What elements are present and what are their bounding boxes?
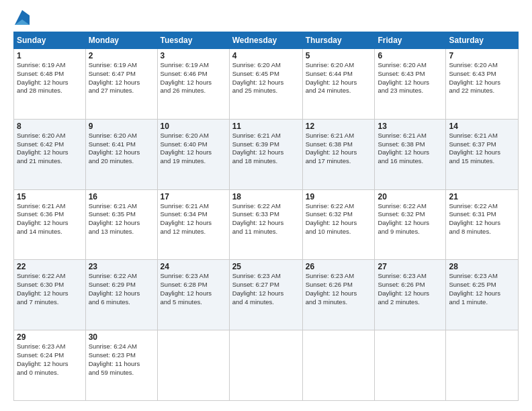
day-number: 17 bbox=[161, 192, 226, 201]
calendar-cell: 11Sunrise: 6:21 AMSunset: 6:39 PMDayligh… bbox=[229, 119, 302, 189]
day-info: Sunrise: 6:22 AMSunset: 6:32 PMDaylight:… bbox=[306, 202, 372, 236]
day-number: 12 bbox=[306, 122, 372, 131]
day-number: 5 bbox=[306, 51, 372, 60]
calendar-cell: 9Sunrise: 6:20 AMSunset: 6:41 PMDaylight… bbox=[85, 119, 157, 189]
calendar-cell: 7Sunrise: 6:20 AMSunset: 6:43 PMDaylight… bbox=[446, 49, 519, 120]
header bbox=[13, 10, 519, 25]
calendar-week-4: 22Sunrise: 6:22 AMSunset: 6:30 PMDayligh… bbox=[14, 260, 519, 330]
day-number: 7 bbox=[449, 51, 515, 60]
day-number: 25 bbox=[232, 262, 300, 271]
day-info: Sunrise: 6:21 AMSunset: 6:38 PMDaylight:… bbox=[378, 132, 443, 166]
day-info: Sunrise: 6:20 AMSunset: 6:43 PMDaylight:… bbox=[378, 61, 443, 95]
calendar-cell: 6Sunrise: 6:20 AMSunset: 6:43 PMDaylight… bbox=[375, 49, 446, 120]
day-info: Sunrise: 6:24 AMSunset: 6:23 PMDaylight:… bbox=[89, 342, 154, 377]
day-number: 23 bbox=[89, 262, 154, 271]
day-info: Sunrise: 6:21 AMSunset: 6:38 PMDaylight:… bbox=[306, 132, 372, 166]
day-info: Sunrise: 6:20 AMSunset: 6:41 PMDaylight:… bbox=[89, 132, 154, 166]
calendar-cell: 21Sunrise: 6:22 AMSunset: 6:31 PMDayligh… bbox=[446, 189, 519, 260]
logo-line2 bbox=[13, 10, 30, 24]
day-number: 30 bbox=[89, 332, 154, 342]
day-info: Sunrise: 6:21 AMSunset: 6:39 PMDaylight:… bbox=[232, 132, 300, 166]
calendar-cell: 30Sunrise: 6:24 AMSunset: 6:23 PMDayligh… bbox=[85, 330, 157, 401]
day-info: Sunrise: 6:19 AMSunset: 6:48 PMDaylight:… bbox=[17, 61, 83, 95]
day-number: 29 bbox=[17, 332, 83, 342]
day-number: 24 bbox=[161, 262, 226, 271]
day-info: Sunrise: 6:22 AMSunset: 6:29 PMDaylight:… bbox=[89, 272, 154, 306]
calendar-table: SundayMondayTuesdayWednesdayThursdayFrid… bbox=[13, 32, 519, 401]
calendar-cell bbox=[157, 330, 229, 401]
day-number: 16 bbox=[89, 192, 154, 201]
day-number: 9 bbox=[89, 122, 154, 131]
logo-icon bbox=[15, 10, 30, 25]
calendar-cell: 20Sunrise: 6:22 AMSunset: 6:32 PMDayligh… bbox=[375, 189, 446, 260]
calendar-cell: 23Sunrise: 6:22 AMSunset: 6:29 PMDayligh… bbox=[85, 260, 157, 330]
col-header-sunday: Sunday bbox=[14, 32, 86, 49]
day-info: Sunrise: 6:20 AMSunset: 6:45 PMDaylight:… bbox=[232, 61, 300, 95]
calendar-cell: 1Sunrise: 6:19 AMSunset: 6:48 PMDaylight… bbox=[14, 49, 86, 120]
day-info: Sunrise: 6:22 AMSunset: 6:31 PMDaylight:… bbox=[449, 202, 515, 236]
day-info: Sunrise: 6:19 AMSunset: 6:46 PMDaylight:… bbox=[161, 61, 226, 95]
day-number: 6 bbox=[378, 51, 443, 60]
day-info: Sunrise: 6:20 AMSunset: 6:44 PMDaylight:… bbox=[306, 61, 372, 95]
calendar-cell: 27Sunrise: 6:23 AMSunset: 6:26 PMDayligh… bbox=[375, 260, 446, 330]
day-info: Sunrise: 6:21 AMSunset: 6:35 PMDaylight:… bbox=[89, 202, 154, 236]
day-info: Sunrise: 6:23 AMSunset: 6:26 PMDaylight:… bbox=[378, 272, 443, 306]
day-number: 1 bbox=[17, 51, 83, 60]
calendar-cell: 29Sunrise: 6:23 AMSunset: 6:24 PMDayligh… bbox=[14, 330, 86, 401]
calendar-cell: 3Sunrise: 6:19 AMSunset: 6:46 PMDaylight… bbox=[157, 49, 229, 120]
day-info: Sunrise: 6:23 AMSunset: 6:28 PMDaylight:… bbox=[161, 272, 226, 306]
col-header-saturday: Saturday bbox=[446, 32, 519, 49]
col-header-thursday: Thursday bbox=[302, 32, 375, 49]
calendar-cell: 14Sunrise: 6:21 AMSunset: 6:37 PMDayligh… bbox=[446, 119, 519, 189]
calendar-week-1: 1Sunrise: 6:19 AMSunset: 6:48 PMDaylight… bbox=[14, 49, 519, 120]
calendar-cell: 8Sunrise: 6:20 AMSunset: 6:42 PMDaylight… bbox=[14, 119, 86, 189]
day-info: Sunrise: 6:23 AMSunset: 6:26 PMDaylight:… bbox=[306, 272, 372, 306]
calendar-cell: 24Sunrise: 6:23 AMSunset: 6:28 PMDayligh… bbox=[157, 260, 229, 330]
day-info: Sunrise: 6:22 AMSunset: 6:32 PMDaylight:… bbox=[378, 202, 443, 236]
day-number: 11 bbox=[232, 122, 300, 131]
calendar-cell: 25Sunrise: 6:23 AMSunset: 6:27 PMDayligh… bbox=[229, 260, 302, 330]
calendar-cell: 13Sunrise: 6:21 AMSunset: 6:38 PMDayligh… bbox=[375, 119, 446, 189]
day-info: Sunrise: 6:23 AMSunset: 6:24 PMDaylight:… bbox=[17, 342, 83, 377]
calendar-cell: 15Sunrise: 6:21 AMSunset: 6:36 PMDayligh… bbox=[14, 189, 86, 260]
day-number: 4 bbox=[232, 51, 300, 60]
calendar-cell: 19Sunrise: 6:22 AMSunset: 6:32 PMDayligh… bbox=[302, 189, 375, 260]
day-number: 13 bbox=[378, 122, 443, 131]
day-number: 18 bbox=[232, 192, 300, 201]
day-number: 3 bbox=[161, 51, 226, 60]
calendar-cell: 2Sunrise: 6:19 AMSunset: 6:47 PMDaylight… bbox=[85, 49, 157, 120]
day-info: Sunrise: 6:21 AMSunset: 6:37 PMDaylight:… bbox=[449, 132, 515, 166]
day-number: 8 bbox=[17, 122, 83, 131]
col-header-friday: Friday bbox=[375, 32, 446, 49]
day-info: Sunrise: 6:23 AMSunset: 6:27 PMDaylight:… bbox=[232, 272, 300, 306]
day-info: Sunrise: 6:21 AMSunset: 6:36 PMDaylight:… bbox=[17, 202, 83, 236]
calendar-cell bbox=[375, 330, 446, 401]
day-number: 28 bbox=[449, 262, 515, 271]
calendar-cell: 12Sunrise: 6:21 AMSunset: 6:38 PMDayligh… bbox=[302, 119, 375, 189]
calendar-cell: 28Sunrise: 6:23 AMSunset: 6:25 PMDayligh… bbox=[446, 260, 519, 330]
calendar-cell: 26Sunrise: 6:23 AMSunset: 6:26 PMDayligh… bbox=[302, 260, 375, 330]
day-number: 26 bbox=[306, 262, 372, 271]
calendar-cell: 18Sunrise: 6:22 AMSunset: 6:33 PMDayligh… bbox=[229, 189, 302, 260]
day-info: Sunrise: 6:20 AMSunset: 6:40 PMDaylight:… bbox=[161, 132, 226, 166]
day-number: 19 bbox=[306, 192, 372, 201]
page: SundayMondayTuesdayWednesdayThursdayFrid… bbox=[0, 0, 532, 411]
logo bbox=[13, 10, 30, 25]
calendar-cell: 22Sunrise: 6:22 AMSunset: 6:30 PMDayligh… bbox=[14, 260, 86, 330]
calendar-header-row: SundayMondayTuesdayWednesdayThursdayFrid… bbox=[14, 32, 519, 49]
calendar-cell bbox=[446, 330, 519, 401]
calendar-cell: 16Sunrise: 6:21 AMSunset: 6:35 PMDayligh… bbox=[85, 189, 157, 260]
calendar-cell: 4Sunrise: 6:20 AMSunset: 6:45 PMDaylight… bbox=[229, 49, 302, 120]
day-number: 2 bbox=[89, 51, 154, 60]
day-number: 14 bbox=[449, 122, 515, 131]
day-info: Sunrise: 6:20 AMSunset: 6:42 PMDaylight:… bbox=[17, 132, 83, 166]
day-info: Sunrise: 6:20 AMSunset: 6:43 PMDaylight:… bbox=[449, 61, 515, 95]
logo-text bbox=[13, 10, 30, 25]
day-number: 10 bbox=[161, 122, 226, 131]
day-info: Sunrise: 6:22 AMSunset: 6:30 PMDaylight:… bbox=[17, 272, 83, 306]
day-info: Sunrise: 6:21 AMSunset: 6:34 PMDaylight:… bbox=[161, 202, 226, 236]
calendar-cell: 10Sunrise: 6:20 AMSunset: 6:40 PMDayligh… bbox=[157, 119, 229, 189]
col-header-wednesday: Wednesday bbox=[229, 32, 302, 49]
day-number: 15 bbox=[17, 192, 83, 201]
calendar-cell: 5Sunrise: 6:20 AMSunset: 6:44 PMDaylight… bbox=[302, 49, 375, 120]
